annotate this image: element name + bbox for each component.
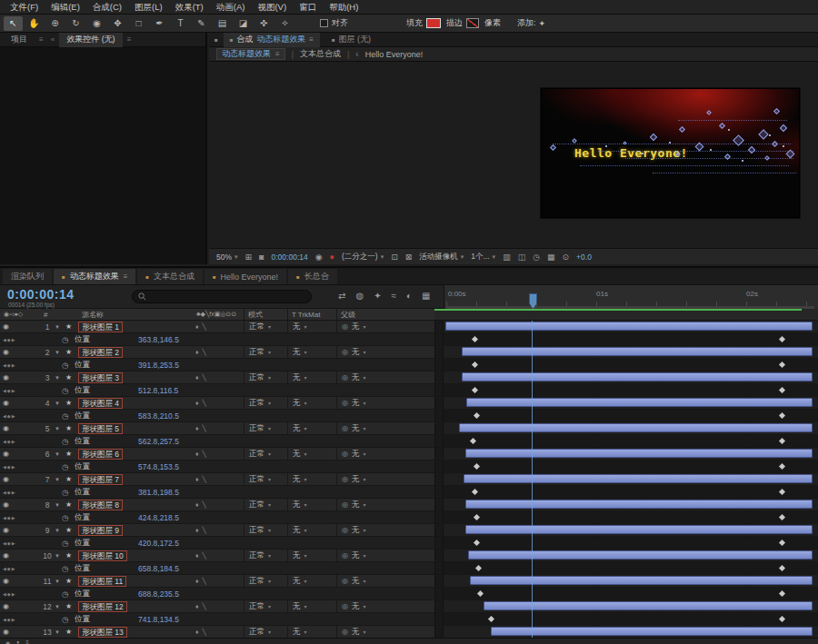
- blend-mode-select[interactable]: 正常▾: [244, 372, 287, 383]
- stopwatch-icon[interactable]: ◷: [62, 588, 75, 599]
- layer-switches[interactable]: ♦╲: [193, 600, 244, 612]
- keyframe-icon[interactable]: [475, 565, 482, 571]
- pan-behind-tool-icon[interactable]: ✥: [108, 16, 127, 31]
- layer-switches[interactable]: ♦╲: [193, 626, 244, 638]
- property-value[interactable]: 658.8,184.5: [138, 562, 434, 574]
- pickwhip-icon[interactable]: ◎: [342, 577, 348, 585]
- twirl-down-icon[interactable]: ▼: [55, 448, 65, 460]
- panel-menu-icon[interactable]: ≡: [309, 35, 314, 44]
- property-name[interactable]: 位置: [75, 486, 138, 498]
- keyframe-navigator[interactable]: ◀◆▶: [0, 333, 40, 345]
- type-tool-icon[interactable]: T: [171, 16, 190, 31]
- stroke-color-swatch[interactable]: [466, 18, 479, 28]
- stopwatch-icon[interactable]: ◷: [62, 410, 75, 421]
- search-box[interactable]: [132, 290, 312, 303]
- eye-icon[interactable]: ◉: [0, 500, 9, 509]
- property-name[interactable]: 位置: [75, 435, 138, 447]
- shape-tool-icon[interactable]: □: [129, 16, 148, 31]
- layer-duration-bar[interactable]: [466, 398, 813, 407]
- eye-icon[interactable]: ◉: [0, 348, 9, 356]
- layer-name[interactable]: 形状图层 7: [78, 474, 123, 485]
- keyframe-navigator[interactable]: ◀◆▶: [0, 486, 40, 498]
- keyframe-navigator[interactable]: ◀◆▶: [0, 537, 40, 549]
- layer-name[interactable]: 形状图层 10: [78, 550, 127, 561]
- keyframe-icon[interactable]: [474, 463, 480, 470]
- roto-brush-tool-icon[interactable]: ✜: [254, 16, 274, 31]
- rotate-tool-icon[interactable]: ↻: [66, 16, 85, 31]
- layer-switches[interactable]: ♦╲: [193, 473, 244, 485]
- keyframe-icon[interactable]: [472, 387, 478, 393]
- stopwatch-icon[interactable]: ◷: [62, 562, 75, 574]
- pickwhip-icon[interactable]: ◎: [342, 373, 348, 381]
- eye-icon[interactable]: ◉: [0, 602, 9, 610]
- layer-name[interactable]: 形状图层 13: [78, 627, 127, 638]
- twirl-down-icon[interactable]: ▼: [55, 600, 65, 612]
- layer-switches[interactable]: ♦╲: [193, 575, 244, 587]
- menu-item-8[interactable]: 帮助(H): [323, 0, 364, 14]
- eye-icon[interactable]: ◉: [0, 373, 9, 381]
- stopwatch-icon[interactable]: ◷: [62, 435, 75, 447]
- view-layout-select[interactable]: 1个...▾: [471, 252, 495, 263]
- keyframe-navigator[interactable]: ◀◆▶: [0, 511, 40, 523]
- parent-select[interactable]: 无: [352, 449, 360, 460]
- property-row[interactable]: ◀◆▶◷位置512.8,116.5: [0, 384, 818, 397]
- pickwhip-icon[interactable]: ◎: [342, 500, 348, 509]
- layer-duration-bar[interactable]: [470, 576, 813, 585]
- property-name[interactable]: 位置: [75, 613, 138, 625]
- keyframe-icon[interactable]: [779, 438, 785, 444]
- menu-item-6[interactable]: 视图(V): [251, 0, 293, 14]
- expand-layer-switches-icon[interactable]: ◉: [5, 639, 10, 644]
- pickwhip-icon[interactable]: ◎: [342, 526, 348, 534]
- keyframe-icon[interactable]: [779, 463, 785, 470]
- property-row[interactable]: ◀◆▶◷位置391.8,253.5: [0, 359, 818, 372]
- property-row[interactable]: ◀◆▶◷位置574.8,153.5: [0, 461, 818, 473]
- property-name[interactable]: 位置: [75, 333, 138, 345]
- hide-shy-icon[interactable]: ✦: [374, 291, 381, 301]
- trkmat-select[interactable]: 无▾: [287, 473, 336, 485]
- blend-mode-select[interactable]: 正常▾: [244, 448, 287, 460]
- fill-color-swatch[interactable]: [426, 18, 441, 28]
- trkmat-select[interactable]: 无▾: [287, 346, 336, 358]
- layer-name[interactable]: 形状图层 11: [78, 576, 126, 587]
- grid-guides-icon[interactable]: ⊞: [245, 253, 253, 262]
- blend-mode-select[interactable]: 正常▾: [244, 321, 287, 332]
- layer-name[interactable]: 形状图层 2: [78, 347, 123, 358]
- pickwhip-icon[interactable]: ◎: [342, 348, 348, 356]
- pickwhip-icon[interactable]: ◎: [342, 424, 348, 432]
- layer-switches[interactable]: ♦╲: [193, 550, 244, 561]
- keyframe-icon[interactable]: [779, 616, 785, 622]
- search-input[interactable]: [151, 292, 305, 302]
- parent-select[interactable]: 无: [352, 398, 360, 409]
- parent-select[interactable]: 无: [352, 550, 360, 561]
- keyframe-navigator[interactable]: ◀◆▶: [0, 359, 40, 371]
- blend-mode-select[interactable]: 正常▾: [244, 575, 287, 587]
- property-row[interactable]: ◀◆▶◷位置424.8,218.5: [0, 511, 818, 524]
- parent-select[interactable]: 无: [352, 576, 360, 587]
- property-name[interactable]: 位置: [75, 359, 138, 371]
- property-name[interactable]: 位置: [75, 588, 138, 599]
- parent-select[interactable]: 无: [352, 372, 360, 383]
- twirl-down-icon[interactable]: ▼: [55, 499, 65, 510]
- trkmat-select[interactable]: 无▾: [287, 372, 336, 383]
- keyframe-icon[interactable]: [477, 590, 484, 597]
- layer-name[interactable]: 形状图层 1: [78, 322, 123, 332]
- blend-mode-select[interactable]: 正常▾: [244, 524, 287, 536]
- comp-mini-flowchart-icon[interactable]: ⇄: [338, 291, 345, 301]
- layer-row[interactable]: ◉3▼★形状图层 3♦╲正常▾无▾◎无▾: [0, 372, 818, 384]
- trkmat-select[interactable]: 无▾: [287, 524, 336, 536]
- parent-select[interactable]: 无: [352, 627, 360, 638]
- eye-icon[interactable]: ◉: [0, 399, 9, 407]
- eye-icon[interactable]: ◉: [0, 424, 9, 432]
- mask-visibility-icon[interactable]: ◙: [259, 253, 264, 262]
- layer-row[interactable]: ◉1▼★形状图层 1♦╲正常▾无▾◎无▾: [0, 321, 818, 333]
- property-value[interactable]: 688.8,235.5: [138, 588, 434, 599]
- parent-column-header[interactable]: 父级: [336, 309, 434, 320]
- menu-item-7[interactable]: 窗口: [293, 0, 323, 14]
- show-channel-icon[interactable]: ●: [330, 253, 334, 262]
- parent-select[interactable]: 无: [352, 322, 360, 332]
- comp-viewport[interactable]: Hello Everyone!: [541, 88, 800, 218]
- layer-row[interactable]: ◉9▼★形状图层 9♦╲正常▾无▾◎无▾: [0, 524, 818, 537]
- twirl-down-icon[interactable]: ▼: [55, 321, 65, 332]
- blend-mode-select[interactable]: 正常▾: [244, 626, 287, 638]
- layer-duration-bar[interactable]: [465, 449, 813, 458]
